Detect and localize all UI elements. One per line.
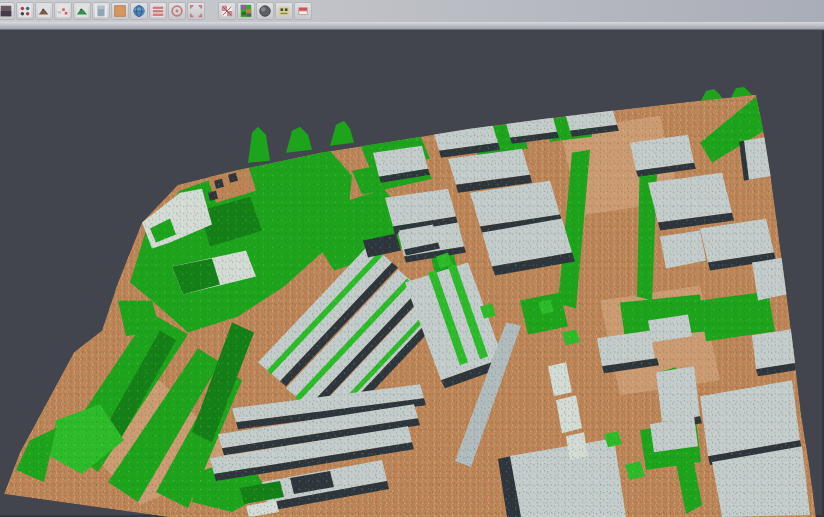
open-data-icon: [0, 4, 13, 18]
toolbar-button-side-panel[interactable]: [92, 2, 110, 20]
settings-target-icon: [170, 4, 184, 18]
terrain-model-icon: [75, 4, 89, 18]
toolbar-button-terrain-dem[interactable]: [35, 2, 53, 20]
render-sphere-icon: [258, 4, 272, 18]
toolbar-button-terrain-model[interactable]: [73, 2, 91, 20]
side-panel-icon: [94, 4, 108, 18]
toolbar-button-open-data[interactable]: [0, 2, 15, 20]
toolbar-button-zoom-extents[interactable]: [187, 2, 205, 20]
pointcloud-noise-overlay: [0, 31, 824, 517]
toolbar-button-ortho-image[interactable]: [111, 2, 129, 20]
toolbar-button-globe-view[interactable]: [130, 2, 148, 20]
classification-view-icon: [239, 4, 253, 18]
toolbar-button-flag-tool[interactable]: [294, 2, 312, 20]
pick-points-icon: [18, 4, 32, 18]
labels-view-icon: [277, 4, 291, 18]
tree-bump-1: [248, 127, 270, 163]
ortho-image-icon: [113, 4, 127, 18]
layer-list-icon: [151, 4, 165, 18]
tree-bump-2: [286, 127, 312, 153]
toolbar-icon-group: [0, 2, 312, 20]
zoom-extents-icon: [189, 4, 203, 18]
application-window: [0, 0, 824, 517]
toolbar-button-classification-view[interactable]: [237, 2, 255, 20]
main-toolbar: [0, 0, 824, 22]
terrain-dem-icon: [37, 4, 51, 18]
toolbar-button-settings-target[interactable]: [168, 2, 186, 20]
toolbar-button-checker-view[interactable]: [218, 2, 236, 20]
checker-view-icon: [220, 4, 234, 18]
toolbar-lower-strip: [0, 22, 824, 30]
toolbar-button-point-markers[interactable]: [54, 2, 72, 20]
toolbar-button-render-sphere[interactable]: [256, 2, 274, 20]
flag-tool-icon: [296, 4, 310, 18]
point-markers-icon: [56, 4, 70, 18]
toolbar-button-labels-view[interactable]: [275, 2, 293, 20]
viewport-3d[interactable]: [0, 31, 824, 517]
point-cloud-scene: [0, 31, 824, 517]
globe-view-icon: [132, 4, 146, 18]
tree-bump-3: [330, 121, 354, 146]
toolbar-button-layer-list[interactable]: [149, 2, 167, 20]
toolbar-button-pick-points[interactable]: [16, 2, 34, 20]
